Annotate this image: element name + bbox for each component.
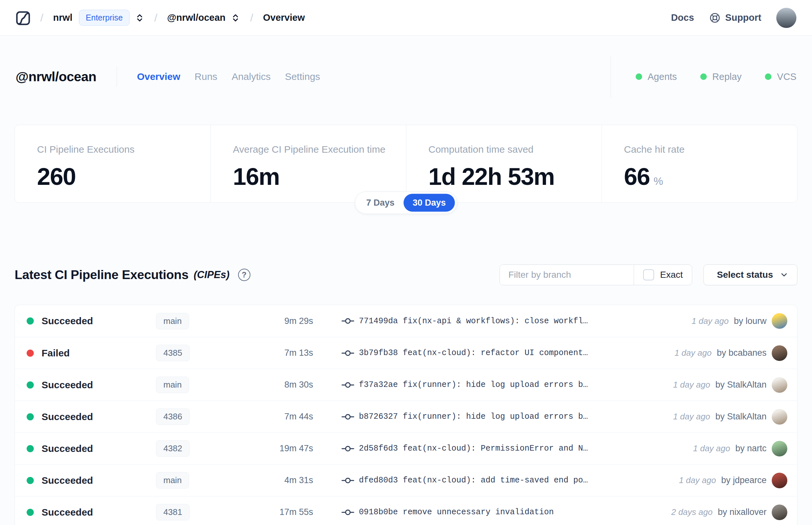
cipe-row[interactable]: Succeeded main 8m 30s f37a32ae fix(runne… <box>15 369 797 401</box>
help-icon[interactable]: ? <box>238 269 250 281</box>
cipe-row[interactable]: Succeeded 4386 7m 44s b8726327 fix(runne… <box>15 401 797 432</box>
agents-status-dot-icon <box>635 73 642 80</box>
cipe-row[interactable]: Succeeded main 9m 29s 771499da fix(nx-ap… <box>15 305 797 337</box>
cipe-row[interactable]: Failed 4385 7m 13s 3b79fb38 feat(nx-clou… <box>15 337 797 369</box>
stats-section: CI Pipeline Executions 260 Average CI Pi… <box>15 125 797 203</box>
breadcrumb-page: Overview <box>263 12 305 23</box>
stat-value: 260 <box>37 163 76 190</box>
stat-value: 16m <box>233 163 280 190</box>
tab-analytics[interactable]: Analytics <box>232 71 271 82</box>
cipe-meta: 1 day ago by lourw <box>691 313 797 329</box>
exact-toggle: Exact <box>634 265 692 285</box>
cipe-row[interactable]: Succeeded main 4m 31s dfed80d3 feat(nx-c… <box>15 464 797 496</box>
author: by nartc <box>735 444 767 453</box>
commit-column: 2d58f6d3 feat(nx-cloud): PermissionError… <box>341 444 588 453</box>
time-ago: 1 day ago <box>673 380 710 390</box>
stat-label: Computation time saved <box>428 144 588 155</box>
stat-value: 66 <box>624 163 649 190</box>
cipe-duration: 7m 44s <box>227 411 313 422</box>
commit-message[interactable]: f37a32ae fix(runner): hide log upload er… <box>359 380 588 390</box>
workspace-switcher-chevron-icon[interactable] <box>231 13 240 23</box>
commit-message[interactable]: 3b79fb38 feat(nx-cloud): refactor UI com… <box>359 348 588 358</box>
branch-badge[interactable]: 4386 <box>156 408 190 425</box>
branch-badge[interactable]: main <box>156 376 189 393</box>
branch-column: main <box>156 376 227 393</box>
branch-badge[interactable]: main <box>156 472 189 489</box>
commit-message[interactable]: b8726327 fix(runner): hide log upload er… <box>359 412 588 421</box>
vcs-label: VCS <box>777 72 796 82</box>
git-commit-icon <box>341 317 354 325</box>
author: by nixallover <box>718 507 767 517</box>
cipe-row[interactable]: Succeeded 4381 17m 55s 0918b0be remove u… <box>15 496 797 525</box>
cipe-row[interactable]: Succeeded 4382 19m 47s 2d58f6d3 feat(nx-… <box>15 432 797 464</box>
user-avatar[interactable] <box>776 8 796 28</box>
replay-label: Replay <box>712 72 741 82</box>
time-ago: 1 day ago <box>679 475 716 485</box>
cipe-meta: 1 day ago by nartc <box>693 441 797 456</box>
stat-label: Average CI Pipeline Execution time <box>233 144 393 155</box>
commit-message[interactable]: 771499da fix(nx-api & workflows): close … <box>359 316 588 326</box>
commit-message[interactable]: dfed80d3 feat(nx-cloud): add time-saved … <box>359 476 588 485</box>
exact-checkbox[interactable] <box>643 269 654 280</box>
date-range-toggle: 7 Days 30 Days <box>355 192 457 214</box>
breadcrumb-org[interactable]: nrwl <box>53 12 73 23</box>
time-ago: 2 days ago <box>671 507 713 517</box>
cipe-duration: 4m 31s <box>227 475 313 485</box>
stat-suffix: % <box>654 175 663 188</box>
branch-column: main <box>156 472 227 489</box>
branch-badge[interactable]: 4381 <box>156 504 190 521</box>
branch-column: main <box>156 313 227 329</box>
cipe-status: Succeeded <box>42 475 156 486</box>
author: by lourw <box>734 316 767 326</box>
stat-label: Cache hit rate <box>624 144 784 155</box>
author-avatar <box>772 473 787 488</box>
stat-card-cache-hit-rate: Cache hit rate 66 % <box>601 125 797 202</box>
author: by StalkAltan <box>715 411 767 422</box>
replay-status-dot-icon <box>700 73 707 80</box>
status-dot-icon <box>27 477 34 484</box>
docs-label: Docs <box>671 12 694 23</box>
section-title: Latest CI Pipeline Executions <box>15 268 188 282</box>
range-option-30-days[interactable]: 30 Days <box>403 194 455 212</box>
git-commit-icon <box>341 349 354 357</box>
status-select-label: Select status <box>717 270 773 280</box>
branch-badge[interactable]: 4385 <box>156 345 190 361</box>
agents-label: Agents <box>648 72 677 82</box>
commit-message[interactable]: 0918b0be remove unnecessary invalidation <box>359 508 554 517</box>
tab-settings[interactable]: Settings <box>285 71 320 82</box>
status-dot-icon <box>27 413 34 420</box>
cipe-status: Succeeded <box>42 379 156 390</box>
cipe-table-body: Succeeded main 9m 29s 771499da fix(nx-ap… <box>15 305 797 525</box>
git-commit-icon <box>341 381 354 389</box>
cipe-status: Failed <box>42 348 156 359</box>
support-link[interactable]: Support <box>709 12 761 24</box>
time-ago: 1 day ago <box>691 316 729 326</box>
branch-column: 4381 <box>156 504 227 521</box>
docs-link[interactable]: Docs <box>671 12 694 23</box>
commit-message[interactable]: 2d58f6d3 feat(nx-cloud): PermissionError… <box>359 444 588 453</box>
cipe-duration: 9m 29s <box>227 316 313 326</box>
branch-filter-input[interactable] <box>500 265 634 285</box>
nx-cloud-logo-icon[interactable] <box>16 10 31 26</box>
status-select-dropdown[interactable]: Select status <box>704 265 797 285</box>
status-dot-icon <box>27 349 34 357</box>
branch-badge[interactable]: main <box>156 313 189 329</box>
chevron-down-icon <box>780 270 788 280</box>
lifebuoy-icon <box>709 12 721 24</box>
stat-card-average-execution-time: Average CI Pipeline Execution time 16m <box>211 125 406 202</box>
services-divider <box>611 56 611 98</box>
author: by StalkAltan <box>715 380 767 390</box>
branch-column: 4385 <box>156 345 227 361</box>
tab-overview[interactable]: Overview <box>137 71 180 82</box>
commit-column: 3b79fb38 feat(nx-cloud): refactor UI com… <box>341 348 588 358</box>
range-option-7-days[interactable]: 7 Days <box>357 194 403 212</box>
service-agents: Agents <box>635 72 677 82</box>
exact-label: Exact <box>660 270 683 280</box>
cipe-table: Succeeded main 9m 29s 771499da fix(nx-ap… <box>15 305 797 525</box>
tab-runs[interactable]: Runs <box>195 71 217 82</box>
cipe-status: Succeeded <box>42 315 156 327</box>
page-title: @nrwl/ocean <box>16 69 96 85</box>
breadcrumb-workspace[interactable]: @nrwl/ocean <box>167 12 226 23</box>
branch-badge[interactable]: 4382 <box>156 440 190 457</box>
org-switcher-chevron-icon[interactable] <box>135 13 144 23</box>
